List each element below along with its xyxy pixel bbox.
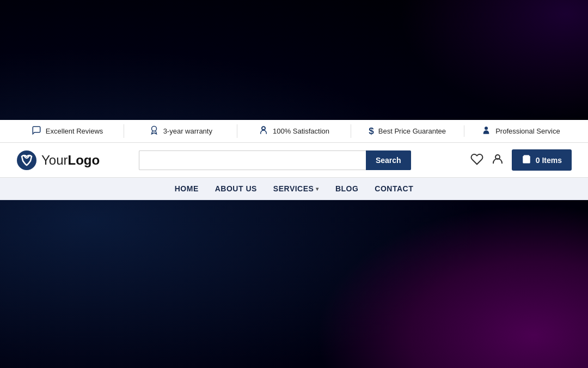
warranty-label: 3-year warranty (163, 127, 212, 135)
logo[interactable]: YourLogo (16, 150, 103, 171)
nav-contact[interactable]: CONTACT (375, 184, 413, 193)
feature-warranty: 3-year warranty (124, 124, 237, 138)
reviews-icon (32, 125, 41, 137)
account-icon[interactable] (491, 153, 504, 168)
services-chevron-icon: ▾ (316, 186, 319, 192)
svg-point-4 (17, 150, 36, 170)
service-icon (481, 125, 491, 137)
svg-point-3 (485, 126, 488, 130)
logo-text: YourLogo (41, 153, 100, 168)
nav-about[interactable]: ABOUT US (215, 184, 257, 193)
search-input[interactable] (139, 150, 366, 170)
cart-label: 0 Items (536, 156, 562, 165)
cart-button[interactable]: 0 Items (512, 149, 572, 171)
feature-service: Professional Service (464, 124, 577, 138)
wishlist-icon[interactable] (470, 153, 483, 168)
header-actions: 0 Items (470, 149, 572, 171)
price-icon: $ (369, 126, 373, 136)
service-label: Professional Service (495, 127, 560, 135)
feature-excellent-reviews: Excellent Reviews (11, 124, 124, 138)
satisfaction-icon (259, 125, 268, 137)
header-bar: YourLogo Search (0, 143, 588, 178)
features-bar: Excellent Reviews 3-year warranty 100% (0, 120, 588, 143)
logo-logo: Logo (68, 153, 100, 167)
warranty-icon (149, 125, 159, 137)
nav-services[interactable]: SERVICES ▾ (273, 184, 319, 193)
cart-icon (522, 154, 531, 166)
nav-bar: HOME ABOUT US SERVICES ▾ BLOG CONTACT (0, 178, 588, 200)
nav-blog[interactable]: BLOG (335, 184, 358, 193)
search-button[interactable]: Search (366, 150, 411, 170)
search-area: Search (139, 150, 411, 170)
nav-services-label: SERVICES (273, 184, 314, 193)
svg-point-0 (151, 126, 156, 131)
logo-your: Your (41, 153, 68, 167)
reviews-label: Excellent Reviews (46, 127, 103, 135)
logo-icon (16, 150, 37, 171)
feature-satisfaction: 100% Satisfaction (237, 124, 351, 138)
price-label: Best Price Guarantee (378, 127, 446, 135)
site-wrapper: Excellent Reviews 3-year warranty 100% (0, 120, 588, 200)
feature-price: $ Best Price Guarantee (351, 125, 464, 137)
nav-home[interactable]: HOME (175, 184, 199, 193)
satisfaction-label: 100% Satisfaction (273, 127, 329, 135)
